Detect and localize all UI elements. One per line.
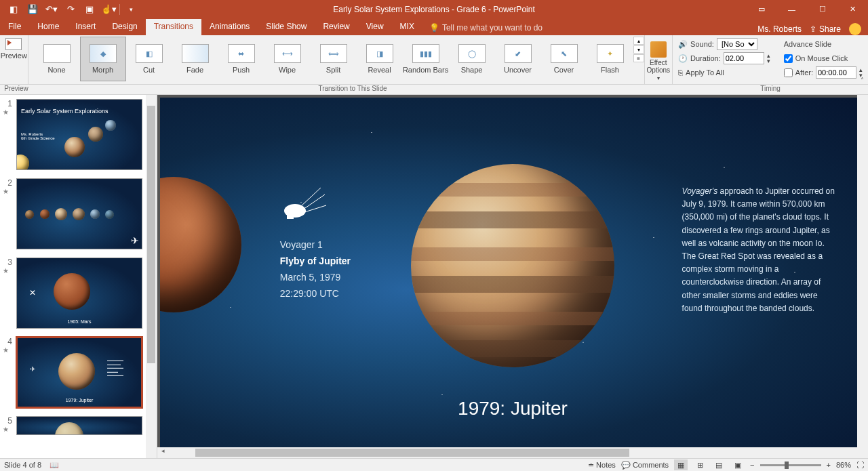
transition-random-bars[interactable]: ▮▮▮Random Bars [403,37,449,81]
advance-slide-label: Advance Slide [784,38,863,50]
preview-button-icon[interactable] [5,38,22,50]
tab-file[interactable]: File [0,19,29,35]
group-label-transition: Transition to This Slide [33,85,673,94]
chevron-down-icon: ▾ [657,75,660,81]
tab-mix[interactable]: MIX [392,19,422,35]
autosave-icon[interactable]: ◧ [4,1,23,18]
transition-reveal[interactable]: ◨Reveal [357,37,403,81]
duration-spinner[interactable]: ▴▾ [767,53,770,64]
slide-canvas[interactable]: Voyager 1 Flyby of Jupiter March 5, 1979… [160,98,865,447]
quick-access-toolbar: ◧ 💾 ↶▾ ↷ ▣ ☝▾ ▾ [0,1,140,18]
thumbnail-slide-3[interactable]: 3★ ✕ 1965: Mars [0,253,157,333]
transition-cover[interactable]: ⬉Cover [541,37,587,81]
tab-transitions[interactable]: Transitions [146,19,201,35]
slide-body-text: Voyager's approach to Jupiter occurred o… [682,185,837,315]
tab-design[interactable]: Design [104,19,145,35]
thumbnail-slide-4[interactable]: 4★ ✈ ▬▬▬▬▬▬ ▬▬▬▬▬ ▬▬▬▬▬▬ ▬▬▬▬ ▬▬▬▬▬▬ 197… [0,333,157,412]
transition-morph[interactable]: ◆Morph [80,37,126,81]
group-label-timing: Timing [673,85,868,94]
tab-slideshow[interactable]: Slide Show [258,19,315,35]
apply-to-all-button[interactable]: Apply To All [686,68,724,77]
share-button[interactable]: ⇪ Share [810,24,841,34]
voyager-info-text: Voyager 1 Flyby of Jupiter March 5, 1979… [280,237,351,302]
gallery-up-icon[interactable]: ▴ [633,37,644,45]
ribbon-tabs: File Home Insert Design Transitions Anim… [0,18,868,35]
customize-qat-icon[interactable]: ▾ [121,1,140,18]
thumbnail-scrollbar[interactable] [146,95,157,458]
undo-icon[interactable]: ↶▾ [42,1,61,18]
tab-home[interactable]: Home [29,19,67,35]
collapse-ribbon-icon[interactable]: ˄ [857,77,867,84]
transition-push[interactable]: ⬌Push [218,37,264,81]
probe-name: Voyager 1 [280,237,351,253]
ribbon-display-icon[interactable]: ▭ [746,0,776,18]
comments-button[interactable]: 💬 Comments [621,461,669,470]
after-input[interactable] [816,66,856,79]
transition-cut[interactable]: ◧Cut [126,37,172,81]
slideshow-view-icon[interactable]: ▣ [731,459,745,470]
spell-check-icon[interactable]: 📖 [50,461,59,470]
on-mouse-click-checkbox[interactable] [784,54,793,63]
slide-thumbnail-panel: 1★ Early Solar System Explorations Ms. R… [0,95,157,458]
gallery-more-icon[interactable]: ≡ [633,54,644,62]
transition-flash[interactable]: ✦Flash [587,37,633,81]
group-label-preview: Preview [0,85,33,94]
zoom-in-icon[interactable]: + [827,461,831,469]
preview-group: Preview [0,35,28,84]
tab-insert[interactable]: Insert [67,19,104,35]
slide-counter[interactable]: Slide 4 of 8 [4,461,41,469]
tab-view[interactable]: View [358,19,392,35]
event-time: 22:29:00 UTC [280,286,351,302]
normal-view-icon[interactable]: ▦ [674,459,688,470]
transition-shape[interactable]: ◯Shape [449,37,495,81]
feedback-icon[interactable] [849,23,861,35]
thumbnail-slide-1[interactable]: 1★ Early Solar System Explorations Ms. R… [0,95,157,174]
status-bar: Slide 4 of 8 📖 ≐ Notes 💬 Comments ▦ ⊞ ▤ … [0,458,868,471]
gallery-scroll: ▴ ▾ ≡ [633,37,644,62]
user-name[interactable]: Ms. Roberts [757,24,802,34]
gallery-down-icon[interactable]: ▾ [633,45,644,54]
slide-title-text: 1979: Jupiter [458,398,568,419]
maximize-icon[interactable]: ☐ [807,0,837,18]
notes-button[interactable]: ≐ Notes [588,461,616,470]
zoom-level[interactable]: 86% [836,461,851,469]
zoom-out-icon[interactable]: − [750,461,754,469]
thumbnail-slide-2[interactable]: 2★ ✈ [0,174,157,253]
voyager-probe-icon [280,185,328,233]
fit-to-window-icon[interactable]: ⛶ [856,461,864,469]
on-mouse-click-label: On Mouse Click [795,54,848,62]
duration-label: Duration: [690,54,721,62]
vertical-scrollbar[interactable] [857,95,868,458]
transition-wipe[interactable]: ⟷Wipe [264,37,311,81]
redo-icon[interactable]: ↷ [61,1,80,18]
timing-group: 🔊Sound:[No Sound] 🕐Duration:▴▾ ⎘Apply To… [673,35,868,84]
sorter-view-icon[interactable]: ⊞ [693,459,707,470]
workspace: 1★ Early Solar System Explorations Ms. R… [0,95,868,458]
minimize-icon[interactable]: — [776,0,807,18]
transition-none[interactable]: None [34,37,80,81]
save-icon[interactable]: 💾 [23,1,42,18]
preview-button-label[interactable]: Preview [1,52,27,60]
tell-me-search[interactable]: 💡 Tell me what you want to do [422,20,549,35]
after-label: After: [795,68,813,77]
duration-input[interactable] [724,52,764,64]
thumbnail-slide-5[interactable]: 5★ [0,412,157,435]
effect-options-button[interactable]: Effect Options ▾ [645,35,673,84]
transition-gallery: None ◆Morph ◧Cut Fade ⬌Push ⟷Wipe ⟺Split… [28,35,645,84]
zoom-slider[interactable] [760,464,821,466]
after-checkbox[interactable] [784,68,793,77]
touch-mode-icon[interactable]: ☝▾ [99,1,118,18]
horizontal-scrollbar[interactable]: ◂ [157,447,857,458]
transition-split[interactable]: ⟺Split [311,37,357,81]
close-icon[interactable]: ✕ [837,0,868,18]
transition-fade[interactable]: Fade [172,37,218,81]
svg-line-2 [303,194,325,209]
sound-label: Sound: [690,40,714,48]
tab-review[interactable]: Review [315,19,357,35]
tab-animations[interactable]: Animations [201,19,258,35]
start-from-beginning-icon[interactable]: ▣ [80,1,99,18]
svg-line-1 [300,188,321,207]
reading-view-icon[interactable]: ▤ [712,459,726,470]
transition-uncover[interactable]: ⬋Uncover [495,37,541,81]
sound-dropdown[interactable]: [No Sound] [717,38,757,50]
